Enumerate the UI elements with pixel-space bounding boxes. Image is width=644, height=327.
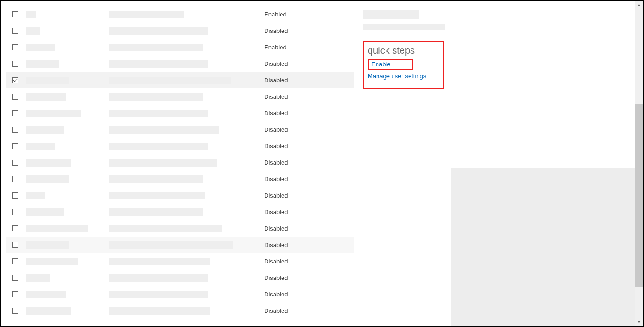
checkbox-cell	[8, 61, 26, 67]
row-checkbox[interactable]	[12, 127, 18, 133]
row-checkbox[interactable]	[12, 94, 18, 100]
row-checkbox[interactable]	[12, 275, 18, 281]
checkbox-cell	[8, 77, 26, 83]
upn-redacted	[109, 143, 208, 150]
checkbox-cell	[8, 44, 26, 50]
table-row[interactable]: Disabled	[6, 88, 354, 105]
row-checkbox[interactable]	[12, 160, 18, 166]
name-redacted	[26, 126, 64, 134]
row-checkbox[interactable]	[12, 61, 18, 67]
name-cell	[26, 77, 109, 84]
status-cell: Disabled	[264, 126, 335, 133]
row-checkbox[interactable]	[12, 176, 18, 182]
table-row[interactable]: Disabled	[6, 303, 354, 319]
checkbox-cell	[8, 242, 26, 248]
row-checkbox[interactable]	[12, 11, 18, 17]
table-row[interactable]: Disabled	[6, 171, 354, 187]
table-row[interactable]: Disabled	[6, 253, 354, 270]
table-row[interactable]: Disabled	[6, 154, 354, 171]
name-cell	[26, 44, 109, 51]
name-cell	[26, 291, 109, 298]
scrollbar-thumb[interactable]	[635, 104, 643, 287]
row-checkbox[interactable]	[12, 308, 18, 314]
table-row[interactable]: Enabled	[6, 39, 354, 56]
table-row[interactable]: Disabled	[6, 56, 354, 72]
scroll-down-arrow[interactable]: ▼	[635, 318, 643, 326]
checkbox-cell	[8, 176, 26, 182]
table-row[interactable]: Disabled	[6, 72, 354, 88]
status-cell: Disabled	[264, 258, 335, 265]
checkbox-cell	[8, 28, 26, 34]
vertical-scrollbar[interactable]: ▲ ▼	[635, 1, 643, 326]
upn-cell	[109, 192, 264, 199]
table-row[interactable]: Enabled	[6, 6, 354, 23]
status-cell: Disabled	[264, 291, 335, 298]
upn-redacted	[109, 27, 208, 35]
user-list-table: EnabledDisabledEnabledDisabledDisabledDi…	[6, 4, 354, 326]
table-row[interactable]: Disabled	[6, 286, 354, 303]
upn-redacted	[109, 44, 203, 51]
scroll-up-arrow[interactable]: ▲	[635, 1, 643, 9]
upn-cell	[109, 77, 264, 84]
name-cell	[26, 143, 109, 150]
upn-redacted	[109, 159, 217, 167]
checkbox-cell	[8, 225, 26, 231]
table-row[interactable]: Disabled	[6, 138, 354, 154]
checkbox-cell	[8, 308, 26, 314]
row-checkbox[interactable]	[12, 209, 18, 215]
name-redacted	[26, 27, 40, 35]
upn-cell	[109, 307, 264, 315]
upn-redacted	[109, 258, 210, 265]
name-redacted	[26, 307, 71, 315]
upn-redacted	[109, 225, 222, 232]
table-row[interactable]: Disabled	[6, 23, 354, 39]
table-row[interactable]: Disabled	[6, 237, 354, 253]
name-cell	[26, 60, 109, 68]
name-cell	[26, 241, 109, 249]
table-row[interactable]: Disabled	[6, 270, 354, 286]
status-cell: Disabled	[264, 225, 335, 232]
row-checkbox[interactable]	[12, 110, 18, 116]
row-checkbox[interactable]	[12, 77, 18, 83]
upn-cell	[109, 208, 264, 216]
upn-cell	[109, 110, 264, 117]
enable-link[interactable]: Enable	[371, 61, 390, 68]
table-row[interactable]: Disabled	[6, 105, 354, 121]
row-checkbox[interactable]	[12, 143, 18, 149]
row-checkbox[interactable]	[12, 225, 18, 231]
name-cell	[26, 126, 109, 134]
name-redacted	[26, 208, 64, 216]
name-redacted	[26, 143, 55, 150]
row-checkbox[interactable]	[12, 258, 18, 264]
checkbox-cell	[8, 275, 26, 281]
upn-cell	[109, 126, 264, 134]
table-row[interactable]: Disabled	[6, 220, 354, 237]
name-cell	[26, 159, 109, 167]
upn-cell	[109, 27, 264, 35]
upn-cell	[109, 175, 264, 183]
status-cell: Disabled	[264, 208, 335, 215]
checkbox-cell	[8, 160, 26, 166]
table-row[interactable]: Disabled	[6, 187, 354, 204]
checkbox-cell	[8, 94, 26, 100]
row-checkbox[interactable]	[12, 192, 18, 199]
name-cell	[26, 274, 109, 282]
quick-steps-highlight-box: quick steps Enable Manage user settings	[363, 41, 444, 89]
upn-cell	[109, 258, 264, 265]
name-cell	[26, 307, 109, 315]
manage-user-settings-link[interactable]: Manage user settings	[368, 72, 426, 80]
table-row[interactable]: Disabled	[6, 121, 354, 138]
status-cell: Disabled	[264, 27, 335, 34]
checkbox-cell	[8, 11, 26, 17]
name-cell	[26, 192, 109, 199]
status-cell: Disabled	[264, 77, 335, 84]
table-row[interactable]: Disabled	[6, 204, 354, 220]
row-checkbox[interactable]	[12, 242, 18, 248]
name-redacted	[26, 44, 55, 51]
upn-redacted	[109, 126, 219, 134]
row-checkbox[interactable]	[12, 291, 18, 297]
row-checkbox[interactable]	[12, 44, 18, 50]
checkbox-cell	[8, 209, 26, 215]
selected-user-name-redacted	[363, 10, 419, 19]
row-checkbox[interactable]	[12, 28, 18, 34]
